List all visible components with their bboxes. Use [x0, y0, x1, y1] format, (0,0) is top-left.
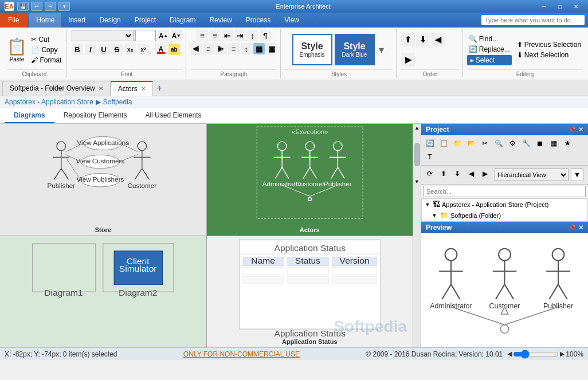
font-shrink-button[interactable]: A▼: [171, 30, 182, 41]
justify-button[interactable]: ≡: [228, 43, 240, 54]
project-tool-16[interactable]: ◀: [465, 167, 477, 180]
tree-item-root[interactable]: ▼ 🏗 Appstorex - Application Store (Proje…: [422, 199, 587, 210]
project-tool-2[interactable]: 📋: [437, 137, 450, 150]
undo-tool[interactable]: ↩: [31, 2, 42, 11]
project-tool-8[interactable]: 🔧: [520, 137, 532, 150]
order-btn-3[interactable]: ◀: [431, 33, 445, 46]
line-spacing-button[interactable]: ↕: [241, 43, 252, 54]
project-tool-1[interactable]: 🔄: [424, 137, 436, 150]
font-color-button[interactable]: A: [155, 44, 167, 55]
zoom-out-button[interactable]: ◀: [507, 350, 512, 358]
panel-pin-button[interactable]: 📌: [568, 126, 576, 134]
dark-blue-style-button[interactable]: Style Dark Blue: [335, 34, 375, 65]
indent-increase-button[interactable]: ⇥: [234, 30, 246, 41]
minimize-button[interactable]: ─: [536, 2, 551, 11]
styles-scroll-arrow[interactable]: ▾: [377, 30, 386, 69]
project-tool-11[interactable]: ★: [561, 137, 574, 150]
order-btn-4[interactable]: ▶: [401, 53, 415, 66]
paste-button[interactable]: 📋 Paste: [5, 33, 28, 67]
show-para-button[interactable]: ¶: [260, 30, 271, 41]
align-right-button[interactable]: ⫸: [215, 43, 227, 54]
project-tool-3[interactable]: 📁: [451, 137, 464, 150]
zoom-in-button[interactable]: ▶: [560, 350, 565, 358]
project-tool-17[interactable]: ▶: [479, 167, 491, 180]
hierarchical-view-select[interactable]: Hierarchical View Flat View Package View: [495, 169, 569, 181]
highlight-button[interactable]: ab: [168, 44, 180, 55]
tab-actors[interactable]: Actors ✕: [111, 81, 153, 96]
menu-item-design[interactable]: Design: [92, 13, 127, 28]
extra-tool[interactable]: ▾: [58, 2, 70, 11]
project-tool-6[interactable]: 🔍: [492, 137, 505, 150]
scrollbar-thumb[interactable]: [414, 143, 420, 166]
previous-selection-button[interactable]: ⬆ Previous Selection: [515, 40, 583, 49]
project-tool-9[interactable]: ◼: [534, 137, 546, 150]
shading-button[interactable]: ▩: [253, 43, 265, 54]
project-tool-7[interactable]: ⚙: [506, 137, 519, 150]
zoom-slider[interactable]: [513, 350, 559, 359]
underline-button[interactable]: U: [98, 44, 109, 55]
sub-tab-all-used[interactable]: All Used Elements: [136, 108, 210, 123]
menu-item-project[interactable]: Project: [128, 13, 163, 28]
diagram-cell-app-status[interactable]: Application Status Name Status Version: [207, 236, 413, 348]
find-button[interactable]: 🔍 Find...: [467, 34, 512, 44]
font-grow-button[interactable]: A▲: [158, 30, 169, 41]
copy-button[interactable]: 📄 Copy: [29, 45, 63, 54]
italic-button[interactable]: I: [85, 44, 96, 55]
sub-tab-diagrams[interactable]: Diagrams: [5, 108, 54, 123]
strikethrough-button[interactable]: S: [111, 44, 123, 55]
emphasis-style-button[interactable]: Style Emphasis: [292, 34, 332, 65]
project-tool-12[interactable]: T: [424, 151, 436, 163]
next-selection-button[interactable]: ⬇ Next Selection: [515, 50, 583, 60]
tree-toggle-root[interactable]: ▼: [424, 201, 431, 208]
menu-item-review[interactable]: Review: [202, 13, 238, 28]
menu-item-diagram[interactable]: Diagram: [163, 13, 202, 28]
menu-item-view[interactable]: View: [277, 13, 306, 28]
project-tool-13[interactable]: ⟳: [424, 167, 436, 180]
status-license[interactable]: ONLY FOR NON-COMMERCIAL USE: [183, 350, 300, 358]
replace-button[interactable]: 🔄 Replace...: [467, 45, 512, 54]
diagram-cell-store[interactable]: Publisher Customer View Applications Vie…: [0, 124, 206, 236]
search-input[interactable]: [481, 15, 585, 25]
preview-close-icon[interactable]: ✕: [578, 224, 583, 232]
menu-item-file[interactable]: File: [0, 13, 27, 28]
sub-tab-repository[interactable]: Repository Elements: [54, 108, 136, 123]
border-button[interactable]: ▦: [266, 43, 277, 54]
cut-button[interactable]: ✂ Cut: [29, 35, 63, 44]
redo-tool[interactable]: ↪: [45, 2, 56, 11]
menu-item-insert[interactable]: Insert: [61, 13, 92, 28]
filter-button[interactable]: ▼: [571, 169, 583, 181]
breadcrumb-item-2[interactable]: Softpedia: [103, 98, 132, 106]
project-tool-14[interactable]: ⬆: [437, 167, 450, 180]
tab-overview-close[interactable]: ✕: [99, 85, 103, 92]
subscript-button[interactable]: x₂: [124, 44, 136, 55]
menu-item-process[interactable]: Process: [239, 13, 277, 28]
breadcrumb-item-1[interactable]: Appstorex - Application Store: [5, 98, 93, 106]
panel-close-icon[interactable]: ✕: [578, 126, 583, 134]
scrollbar-down-arrow[interactable]: ▼: [413, 178, 421, 186]
project-tool-4[interactable]: 📂: [465, 137, 477, 150]
align-left-button[interactable]: ⫷: [190, 43, 202, 54]
align-center-button[interactable]: ≡: [203, 43, 214, 54]
close-button[interactable]: ✕: [569, 2, 583, 11]
project-tool-5[interactable]: ✂: [479, 137, 491, 150]
indent-decrease-button[interactable]: ⇤: [222, 30, 233, 41]
font-family-select[interactable]: [72, 30, 134, 41]
format-button[interactable]: 🖌 Format: [29, 56, 63, 65]
tree-item-softpedia[interactable]: ▼ 📁 Softpedia (Folder): [422, 210, 587, 221]
superscript-button[interactable]: x²: [138, 44, 149, 55]
diagram-cell-bottom-left[interactable]: Diagram1 Client Simulator Diagram2: [0, 236, 206, 348]
tab-add-button[interactable]: +: [153, 81, 167, 95]
project-tool-10[interactable]: ▦: [547, 137, 560, 150]
font-size-input[interactable]: 0: [135, 30, 156, 41]
tab-overview[interactable]: Softpedia - Folder Overview ✕: [2, 81, 111, 96]
scrollbar-up-arrow[interactable]: ▲: [413, 124, 421, 132]
order-btn-2[interactable]: ⬇: [416, 33, 430, 46]
tree-search-input[interactable]: [424, 186, 586, 197]
bullets-button[interactable]: ≡: [197, 30, 208, 41]
diagram-cell-actors[interactable]: «Execution» Administrator Customer: [207, 124, 413, 236]
order-btn-1[interactable]: ⬆: [401, 33, 415, 46]
tree-toggle-softpedia[interactable]: ▼: [431, 212, 438, 219]
tab-actors-close[interactable]: ✕: [141, 85, 146, 92]
bold-button[interactable]: B: [72, 44, 83, 55]
menu-item-home[interactable]: Home: [29, 13, 61, 28]
